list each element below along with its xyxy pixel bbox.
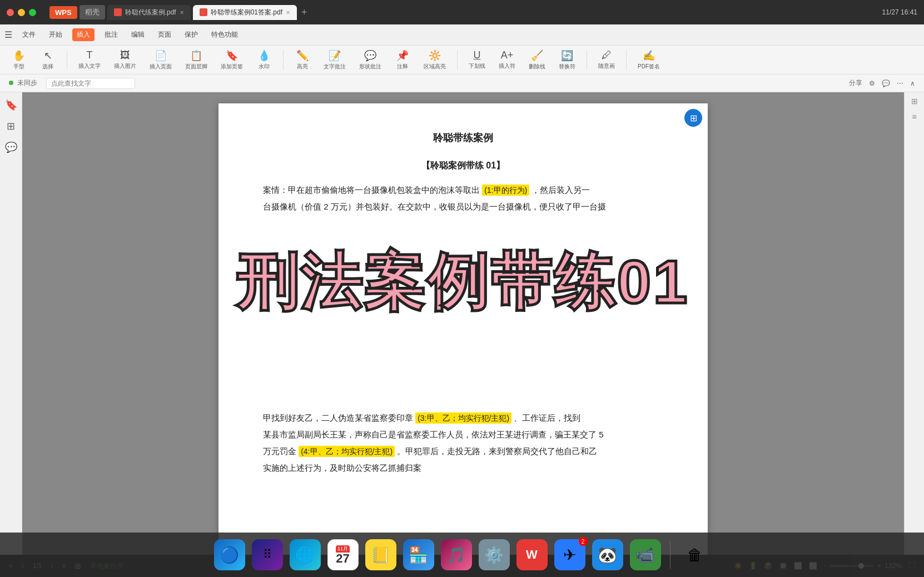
replace-label: 替换符: [559, 63, 575, 71]
pdf-viewer[interactable]: ⊞ 聆聪带练案例 【聆聪案例带练 01】 案情：甲在超市偷偷地将一台摄像机包装盒…: [22, 92, 904, 555]
underline-label: 下划线: [469, 62, 485, 70]
bookmark-tool[interactable]: 🔖 添加页签: [216, 47, 247, 73]
add-tab-button[interactable]: +: [301, 7, 307, 18]
dock-settings[interactable]: ⚙️: [479, 539, 510, 570]
divider-1: [67, 50, 67, 70]
tab-wps[interactable]: WPS: [49, 6, 77, 19]
settings-dock-icon: ⚙️: [484, 546, 504, 564]
dock-facetime[interactable]: 📹: [630, 539, 661, 570]
collapse-icon[interactable]: ∧: [910, 79, 915, 87]
page-menu[interactable]: 页面: [155, 28, 175, 41]
pdf-para1b: ，然后装入另一: [531, 185, 590, 195]
underline-tool[interactable]: U 下划线: [464, 47, 490, 72]
notes-icon: 📒: [371, 546, 390, 564]
dock-notes[interactable]: 📒: [365, 539, 396, 570]
wps-dock-icon: W: [526, 548, 538, 562]
pdf-para5b: 。甲犯罪后，走投无路，来到警察局交代了他自己和乙: [397, 446, 597, 456]
dock-trash[interactable]: 🗑: [679, 539, 711, 570]
highlight-icon: ✏️: [296, 49, 309, 62]
insert-menu[interactable]: 插入: [72, 28, 95, 41]
replace-tool[interactable]: 🔄 替换符: [554, 47, 580, 73]
appstore-icon: 🏪: [409, 546, 428, 564]
hamburger-menu-icon[interactable]: ☰: [4, 29, 12, 40]
insert-text-tool[interactable]: T 插入文字: [74, 47, 105, 72]
select-tool[interactable]: ↖ 选择: [36, 47, 60, 73]
pdf-paragraph-6: 实施的上述行为，及时助公安将乙抓捕归案: [263, 460, 663, 476]
start-menu[interactable]: 开始: [46, 28, 66, 41]
insert-image-icon: 🖼: [120, 49, 130, 61]
search-input[interactable]: [46, 78, 135, 89]
right-panel: ⊞ ≡: [904, 92, 924, 555]
close-button[interactable]: [7, 9, 14, 16]
edit-menu[interactable]: 编辑: [128, 28, 148, 41]
calendar-day: 27: [336, 553, 349, 565]
feishu-icon: ✈: [563, 546, 576, 564]
right-panel-icon-2[interactable]: ≡: [912, 112, 916, 121]
dock-launchpad[interactable]: ⠿: [252, 539, 283, 570]
dock-appstore[interactable]: 🏪: [403, 539, 434, 570]
pdf-title: 聆聪带练案例: [263, 131, 663, 145]
hand-icon: ✋: [13, 49, 25, 62]
insert-image-tool[interactable]: 🖼 插入图片: [110, 47, 141, 72]
select-icon: ↖: [44, 49, 52, 62]
watermark-tool[interactable]: 💧 水印: [252, 47, 276, 73]
settings-icon[interactable]: ⚙: [869, 79, 875, 87]
bookmark-icon: 🔖: [226, 49, 238, 62]
freehand-label: 随意画: [598, 62, 615, 70]
tab-pdf2[interactable]: 聆聪带练案例01答案.pdf ✕: [193, 5, 297, 20]
pdf-sign-tool[interactable]: ✍ PDF签名: [633, 47, 664, 73]
dock-finder[interactable]: 🔵: [214, 539, 245, 570]
hand-tool[interactable]: ✋ 手型: [7, 47, 31, 73]
insert-page-tool[interactable]: 📄 插入页面: [145, 47, 176, 73]
eraser-label: 删除线: [529, 63, 545, 71]
maximize-button[interactable]: [29, 9, 36, 16]
bookmark-sidebar-icon[interactable]: 🔖: [5, 99, 17, 111]
datetime-display: 11/27 16:41: [882, 8, 917, 16]
dock: 🔵 ⠿ 🌐 11月 27 📒 🏪 🎵 ⚙️ W ✈ 2 🐼 📹 🗑: [0, 533, 924, 577]
highlight-label: 高亮: [297, 63, 308, 71]
minimize-button[interactable]: [18, 9, 25, 16]
shape-comment-label: 形状批注: [359, 63, 381, 71]
tab-bar: WPS 稻壳 聆聪代练案例.pdf ✕ 聆聪带练案例01答案.pdf ✕ +: [49, 5, 878, 20]
divider-5: [626, 50, 627, 70]
insert-symbol-tool[interactable]: A+ 插入符: [494, 47, 520, 72]
dock-separator: [670, 541, 670, 569]
tab-ke[interactable]: 稻壳: [80, 5, 105, 19]
tab-pdf1-close[interactable]: ✕: [180, 9, 184, 16]
highlight-tool[interactable]: ✏️ 高亮: [290, 47, 315, 73]
region-highlight-tool[interactable]: 🔆 区域高亮: [419, 47, 450, 73]
dock-calendar[interactable]: 11月 27: [327, 539, 359, 570]
text-comment-tool[interactable]: 📝 文字批注: [319, 47, 350, 73]
shape-comment-tool[interactable]: 💬 形状批注: [355, 47, 386, 73]
tab-pdf1-label: 聆聪代练案例.pdf: [125, 8, 176, 17]
dock-safari[interactable]: 🌐: [290, 539, 321, 570]
dock-music[interactable]: 🎵: [441, 539, 472, 570]
more-icon[interactable]: ⋯: [897, 79, 903, 87]
special-menu[interactable]: 特色功能: [208, 28, 241, 41]
page-layer-tool[interactable]: 📋 页面层脚: [181, 47, 212, 73]
insert-symbol-label: 插入符: [499, 62, 515, 70]
text-comment-icon: 📝: [329, 49, 341, 62]
pdf-para5-text: 万元罚金: [263, 446, 296, 456]
comment-icon[interactable]: 💬: [882, 79, 890, 87]
page-action-button[interactable]: ⊞: [684, 109, 702, 127]
protect-menu[interactable]: 保护: [181, 28, 201, 41]
annotate-tool[interactable]: 📌 注释: [390, 47, 415, 73]
eraser-tool[interactable]: 🧹 删除线: [524, 47, 550, 73]
tab-pdf1[interactable]: 聆聪代练案例.pdf ✕: [107, 5, 191, 20]
annotate-menu[interactable]: 批注: [101, 28, 121, 41]
comment-sidebar-icon[interactable]: 💬: [5, 141, 17, 153]
freehand-tool[interactable]: 🖊 随意画: [594, 47, 619, 72]
share-button[interactable]: 分享: [849, 78, 862, 88]
right-panel-icon-1[interactable]: ⊞: [911, 97, 918, 106]
dock-feishu[interactable]: ✈ 2: [554, 539, 585, 570]
file-menu[interactable]: 文件: [19, 28, 39, 41]
annotate-label: 注释: [397, 63, 408, 71]
dock-wps[interactable]: W: [516, 539, 548, 570]
dock-baidu[interactable]: 🐼: [592, 539, 623, 570]
pdf2-icon: [200, 8, 207, 16]
thumbnail-sidebar-icon[interactable]: ⊞: [7, 120, 15, 132]
region-highlight-icon: 🔆: [429, 49, 441, 62]
insert-image-label: 插入图片: [114, 62, 136, 70]
tab-pdf2-close[interactable]: ✕: [286, 9, 290, 16]
